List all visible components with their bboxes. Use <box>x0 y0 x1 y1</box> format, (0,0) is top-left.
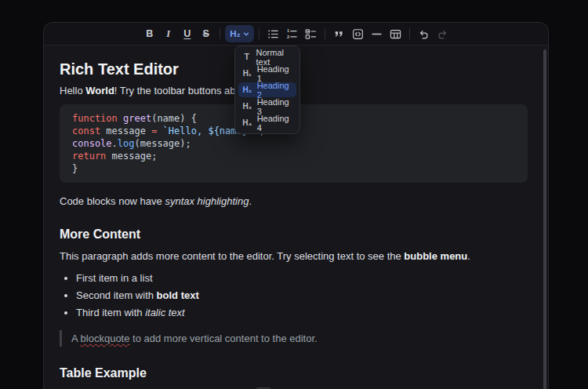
redo-button[interactable] <box>434 25 452 42</box>
blockquote-icon <box>333 28 345 40</box>
italic-icon: I <box>166 28 170 40</box>
undo-icon <box>418 28 430 40</box>
blockquote[interactable]: A blockquote to add more vertical conten… <box>60 330 528 347</box>
menu-item-label: Heading 4 <box>257 114 292 133</box>
task-list-icon <box>305 28 317 40</box>
ordered-list-button[interactable]: 1 2 <box>283 25 301 42</box>
bullet-list: First item in a list Second item with bo… <box>60 272 528 319</box>
section-heading-table-example[interactable]: Table Example <box>60 365 528 380</box>
redo-icon <box>437 28 448 40</box>
section-heading-more-content[interactable]: More Content <box>60 227 528 242</box>
underline-button[interactable]: U <box>178 25 196 42</box>
menu-item-heading-4[interactable]: H₄ Heading 4 <box>238 115 296 130</box>
undo-button[interactable] <box>415 25 433 42</box>
list-item[interactable]: Third item with italic text <box>76 307 528 319</box>
strikethrough-button[interactable]: S <box>197 25 215 42</box>
blockquote-button[interactable] <box>330 25 348 42</box>
toolbar-separator <box>259 28 260 39</box>
menu-item-heading-2[interactable]: H₂ Heading 2 <box>238 82 296 97</box>
heading-4-icon: H₄ <box>242 118 252 127</box>
italic-button[interactable]: I <box>159 25 177 42</box>
list-item[interactable]: First item in a list <box>76 272 528 285</box>
menu-item-heading-3[interactable]: H₃ Heading 3 <box>238 99 296 114</box>
heading-level-label: H₂ <box>230 29 240 38</box>
horizontal-rule-icon <box>371 28 383 40</box>
menu-item-heading-1[interactable]: H₁ Heading 1 <box>238 66 296 81</box>
list-item[interactable]: Second item with bold text <box>76 289 528 302</box>
heading-3-icon: H₃ <box>242 102 252 111</box>
horizontal-rule-button[interactable] <box>368 25 386 42</box>
toolbar-separator <box>325 28 325 39</box>
toolbar-separator <box>220 28 220 39</box>
bold-button[interactable]: B <box>140 25 158 42</box>
code-block-icon <box>352 28 364 40</box>
heading-1-icon: H₁ <box>242 69 252 78</box>
vertical-scrollbar-thumb[interactable] <box>543 49 546 389</box>
table-icon <box>390 28 401 40</box>
bold-icon: B <box>146 28 153 39</box>
menu-item-normal-text[interactable]: T Normal text <box>238 49 296 64</box>
svg-text:2: 2 <box>287 34 289 38</box>
text-icon: T <box>242 53 252 61</box>
heading-2-icon: H₂ <box>242 85 252 94</box>
app-window: B I U S H₂ 1 2 <box>0 0 588 389</box>
strikethrough-icon: S <box>203 28 209 39</box>
bullet-list-button[interactable] <box>264 25 282 42</box>
ordered-list-icon: 1 2 <box>286 28 298 40</box>
heading-dropdown-button[interactable]: H₂ <box>225 25 253 42</box>
toolbar-separator <box>409 28 410 39</box>
task-list-button[interactable] <box>302 25 320 42</box>
bullet-list-icon <box>267 28 279 40</box>
code-note-paragraph[interactable]: Code blocks now have syntax highlighting… <box>60 194 528 208</box>
svg-text:1: 1 <box>287 28 289 33</box>
table-button[interactable] <box>387 25 405 42</box>
more-content-paragraph[interactable]: This paragraph adds more content to the … <box>60 249 528 263</box>
heading-dropdown-menu: T Normal text H₁ Heading 1 H₂ Heading 2 … <box>234 45 300 134</box>
code-block-button[interactable] <box>349 25 367 42</box>
editor-toolbar: B I U S H₂ 1 2 <box>44 23 548 45</box>
chevron-down-icon <box>243 31 249 37</box>
underline-icon: U <box>183 28 191 39</box>
